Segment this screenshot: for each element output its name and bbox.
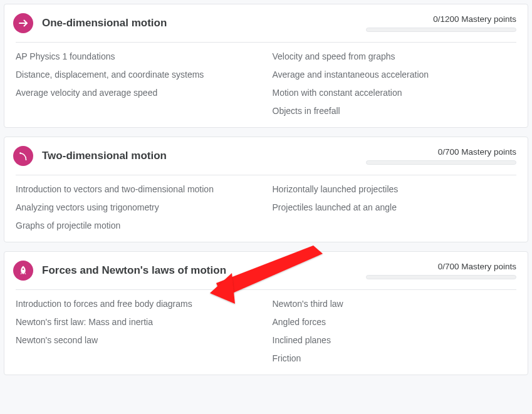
mastery-suffix: Mastery points [461, 14, 516, 24]
mastery-label: 0/700 Mastery points [438, 147, 516, 157]
subtopic-column: Introduction to forces and free body dia… [16, 299, 273, 363]
subtopic-link[interactable]: Projectiles launched at an angle [273, 202, 517, 212]
arrow-right-icon [13, 13, 33, 33]
subtopic-link[interactable]: Motion with constant acceleration [273, 88, 517, 98]
subtopic-link[interactable]: AP Physics 1 foundations [16, 51, 260, 61]
subtopic-link[interactable]: Introduction to vectors and two-dimensio… [16, 184, 260, 194]
subtopic-column: Introduction to vectors and two-dimensio… [16, 184, 273, 230]
mastery-block: 0/1200 Mastery points [366, 14, 516, 32]
unit-card: Forces and Newton's laws of motion0/700 … [4, 251, 528, 375]
unit-title: Forces and Newton's laws of motion [42, 264, 366, 277]
unit-header[interactable]: Forces and Newton's laws of motion0/700 … [4, 252, 528, 289]
mastery-count: 0/1200 [433, 14, 459, 24]
mastery-count: 0/700 [438, 262, 459, 271]
progress-bar [366, 275, 516, 279]
mastery-label: 0/700 Mastery points [438, 262, 516, 271]
subtopic-link[interactable]: Analyzing vectors using trigonometry [16, 202, 260, 212]
subtopic-link[interactable]: Horizontally launched projectiles [273, 184, 517, 194]
unit-card: One-dimensional motion0/1200 Mastery poi… [4, 4, 528, 128]
subtopic-grid: AP Physics 1 foundationsDistance, displa… [4, 43, 528, 127]
mastery-block: 0/700 Mastery points [366, 147, 516, 165]
subtopic-link[interactable]: Newton's first law: Mass and inertia [16, 317, 260, 327]
unit-title: One-dimensional motion [42, 17, 366, 29]
unit-title: Two-dimensional motion [42, 150, 366, 162]
subtopic-link[interactable]: Introduction to forces and free body dia… [16, 299, 260, 309]
mastery-block: 0/700 Mastery points [366, 262, 516, 279]
unit-header[interactable]: Two-dimensional motion0/700 Mastery poin… [4, 137, 528, 175]
subtopic-grid: Introduction to vectors and two-dimensio… [4, 175, 528, 242]
mastery-count: 0/700 [438, 147, 459, 157]
subtopic-link[interactable]: Angled forces [273, 317, 517, 327]
svg-point-3 [23, 269, 24, 270]
mastery-suffix: Mastery points [461, 262, 516, 271]
subtopic-link[interactable]: Average velocity and average speed [16, 88, 260, 98]
progress-bar [366, 28, 516, 32]
svg-point-2 [26, 159, 27, 160]
progress-bar [366, 160, 516, 165]
subtopic-column: Velocity and speed from graphsAverage an… [273, 51, 517, 116]
subtopic-link[interactable]: Newton's second law [16, 335, 260, 345]
mastery-label: 0/1200 Mastery points [433, 14, 516, 24]
subtopic-link[interactable]: Objects in freefall [273, 106, 517, 116]
rocket-icon [13, 261, 33, 281]
subtopic-link[interactable]: Average and instantaneous acceleration [273, 70, 517, 80]
unit-header[interactable]: One-dimensional motion0/1200 Mastery poi… [4, 4, 528, 42]
subtopic-link[interactable]: Inclined planes [273, 335, 517, 345]
subtopic-link[interactable]: Graphs of projectile motion [16, 220, 260, 230]
arc-icon [13, 146, 33, 166]
subtopic-link[interactable]: Newton's third law [273, 299, 517, 309]
subtopic-grid: Introduction to forces and free body dia… [4, 290, 528, 375]
subtopic-column: Newton's third lawAngled forcesInclined … [273, 299, 517, 363]
subtopic-column: AP Physics 1 foundationsDistance, displa… [16, 51, 273, 116]
subtopic-link[interactable]: Friction [273, 353, 517, 363]
unit-card: Two-dimensional motion0/700 Mastery poin… [4, 137, 528, 242]
subtopic-column: Horizontally launched projectilesProject… [273, 184, 517, 230]
mastery-suffix: Mastery points [461, 147, 516, 157]
subtopic-link[interactable]: Distance, displacement, and coordinate s… [16, 70, 260, 80]
subtopic-link[interactable]: Velocity and speed from graphs [273, 51, 517, 61]
